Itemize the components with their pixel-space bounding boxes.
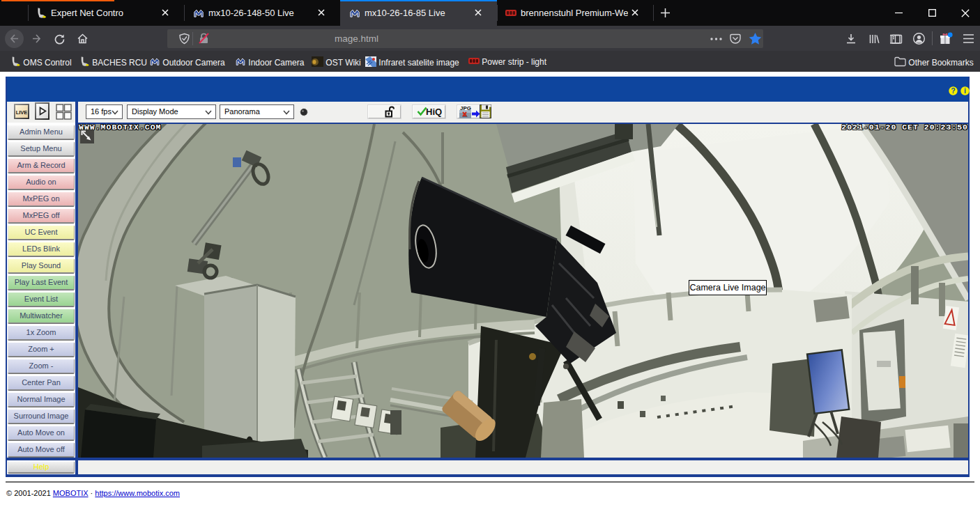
svg-text:i: i	[964, 86, 966, 95]
svg-text:?: ?	[951, 86, 955, 95]
